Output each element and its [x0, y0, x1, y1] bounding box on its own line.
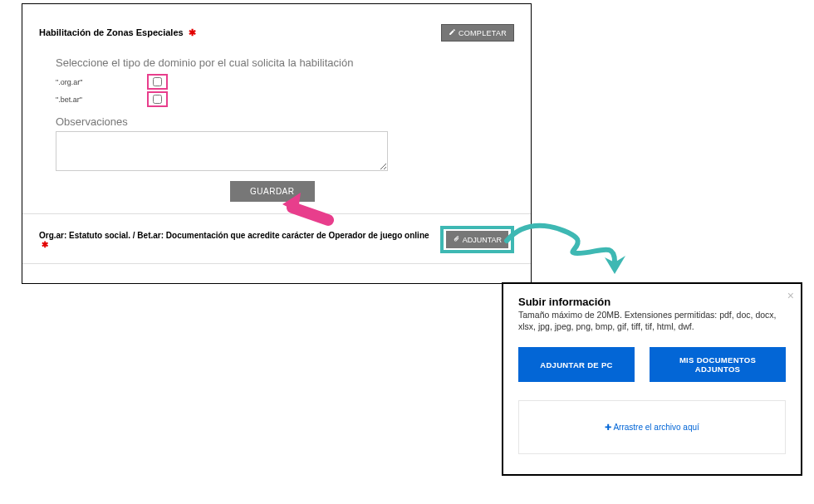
section-title: Habilitación de Zonas Especiales: [39, 27, 184, 37]
drop-zone-text: Arrastre el archivo aquí: [613, 423, 699, 432]
pencil-icon: [449, 28, 456, 37]
upload-modal: × Subir información Tamaño máximo de 20M…: [502, 282, 802, 476]
domain-label: ".org.ar": [56, 78, 147, 86]
guardar-row: GUARDAR: [56, 181, 514, 202]
attach-icon: [453, 235, 460, 244]
required-star-icon: ✱: [42, 240, 48, 249]
modal-title: Subir información: [518, 296, 786, 308]
observaciones-title: Observaciones: [56, 115, 514, 128]
completar-label: COMPLETAR: [458, 29, 507, 37]
close-button[interactable]: ×: [787, 289, 794, 302]
section-title-row: Habilitación de Zonas Especiales ✱: [39, 27, 196, 38]
domain-checkbox-org-ar[interactable]: [153, 77, 162, 86]
section-header: Habilitación de Zonas Especiales ✱ COMPL…: [39, 24, 514, 42]
adjuntar-label: ADJUNTAR: [463, 236, 502, 244]
file-drop-zone[interactable]: ✚ Arrastre el archivo aquí: [518, 400, 786, 454]
domain-checkbox-bet-ar[interactable]: [153, 95, 162, 104]
attach-section-label: Org.ar: Estatuto social. / Bet.ar: Docum…: [39, 231, 429, 240]
attach-section-row: Org.ar: Estatuto social. / Bet.ar: Docum…: [39, 226, 514, 253]
guardar-button[interactable]: GUARDAR: [230, 181, 315, 202]
domain-section-title: Seleccione el tipo de dominio por el cua…: [56, 56, 514, 69]
highlight-box-adjuntar: ADJUNTAR: [440, 226, 514, 253]
highlight-box-org-ar: [147, 74, 168, 90]
main-form-card: Habilitación de Zonas Especiales ✱ COMPL…: [22, 3, 532, 284]
observaciones-textarea[interactable]: [56, 131, 388, 171]
attach-from-pc-button[interactable]: ADJUNTAR DE PC: [518, 347, 635, 382]
divider: [22, 263, 531, 264]
domain-selection-block: Seleccione el tipo de dominio por el cua…: [56, 56, 514, 202]
modal-subtitle: Tamaño máximo de 20MB. Extensiones permi…: [518, 310, 786, 332]
domain-label: ".bet.ar": [56, 95, 147, 104]
modal-button-row: ADJUNTAR DE PC MIS DOCUMENTOS ADJUNTOS: [518, 347, 786, 382]
adjuntar-button[interactable]: ADJUNTAR: [446, 231, 508, 248]
domain-row-bet-ar: ".bet.ar": [56, 91, 514, 107]
divider: [22, 213, 531, 214]
attach-section-label-row: Org.ar: Estatuto social. / Bet.ar: Docum…: [39, 231, 440, 249]
completar-button[interactable]: COMPLETAR: [441, 24, 514, 42]
highlight-box-bet-ar: [147, 91, 168, 107]
close-icon: ×: [787, 289, 794, 302]
required-star-icon: ✱: [189, 27, 196, 37]
plus-icon: ✚: [605, 423, 613, 432]
domain-row-org-ar: ".org.ar": [56, 74, 514, 90]
my-attachments-button[interactable]: MIS DOCUMENTOS ADJUNTOS: [650, 347, 786, 382]
